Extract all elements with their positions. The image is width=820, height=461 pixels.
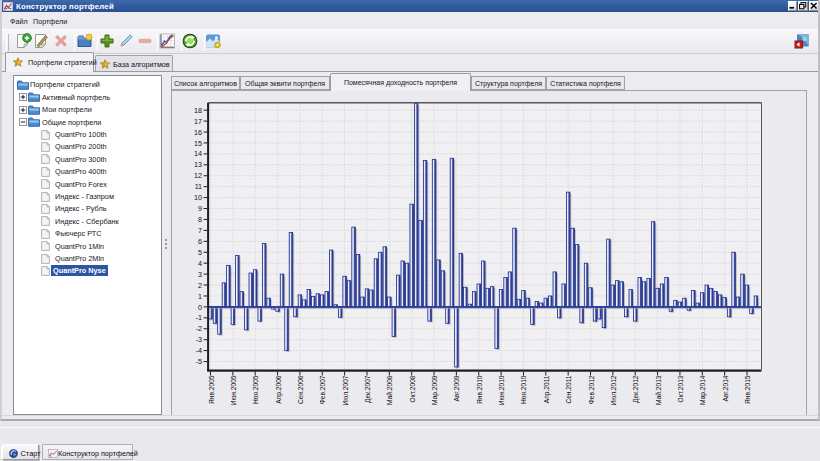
svg-text:17: 17	[194, 117, 202, 126]
svg-text:Янв.2010: Янв.2010	[476, 375, 483, 404]
svg-text:-3: -3	[196, 335, 202, 344]
svg-text:Ноя.2005: Ноя.2005	[252, 375, 259, 404]
svg-text:Июл.2007: Июл.2007	[342, 375, 349, 405]
svg-text:11: 11	[195, 182, 202, 191]
svg-text:10: 10	[194, 193, 202, 202]
svg-text:1: 1	[198, 292, 202, 301]
svg-text:Мар.2014: Мар.2014	[699, 375, 707, 405]
svg-text:5: 5	[198, 248, 202, 257]
svg-text:Фев.2012: Фев.2012	[588, 375, 595, 404]
svg-text:9: 9	[198, 204, 202, 213]
svg-text:6: 6	[198, 237, 202, 246]
svg-text:4: 4	[198, 259, 202, 268]
svg-text:15: 15	[194, 139, 202, 148]
svg-text:Апр.2011: Апр.2011	[543, 375, 551, 403]
svg-text:8: 8	[198, 215, 202, 224]
svg-text:Янв.2015: Янв.2015	[744, 375, 751, 404]
svg-text:2: 2	[198, 281, 202, 290]
svg-text:18: 18	[194, 106, 202, 115]
svg-text:Дек.2012: Дек.2012	[632, 375, 640, 403]
svg-text:Июн.2005: Июн.2005	[230, 375, 237, 405]
svg-text:Окт.2013: Окт.2013	[677, 375, 684, 402]
svg-text:13: 13	[194, 160, 202, 169]
svg-text:Апр.2006: Апр.2006	[275, 375, 283, 403]
svg-text:-1: -1	[196, 313, 202, 322]
svg-text:Июн.2010: Июн.2010	[498, 375, 505, 405]
svg-text:-5: -5	[196, 357, 202, 366]
svg-text:Дек.2007: Дек.2007	[364, 375, 372, 403]
svg-text:0: 0	[198, 303, 202, 312]
svg-text:Окт.2008: Окт.2008	[409, 375, 416, 402]
svg-text:Сен.2011: Сен.2011	[565, 375, 572, 403]
svg-text:7: 7	[198, 226, 202, 235]
svg-text:Июл.2012: Июл.2012	[610, 375, 617, 405]
svg-text:Май.2013: Май.2013	[655, 375, 662, 405]
svg-text:-2: -2	[196, 324, 202, 333]
svg-text:Май.2008: Май.2008	[386, 375, 393, 405]
svg-text:Фев.2007: Фев.2007	[319, 375, 326, 404]
svg-text:14: 14	[194, 149, 202, 158]
svg-text:Авг.2014: Авг.2014	[722, 375, 729, 401]
svg-text:-4: -4	[196, 346, 202, 355]
svg-text:16: 16	[194, 128, 202, 137]
svg-text:12: 12	[194, 171, 202, 180]
svg-text:Авг.2009: Авг.2009	[453, 375, 460, 401]
svg-text:Янв.2005: Янв.2005	[208, 375, 215, 404]
svg-text:3: 3	[198, 270, 202, 279]
svg-text:Сен.2006: Сен.2006	[297, 375, 304, 404]
svg-text:Мар.2009: Мар.2009	[431, 375, 439, 405]
svg-text:Ноя.2010: Ноя.2010	[520, 375, 527, 404]
